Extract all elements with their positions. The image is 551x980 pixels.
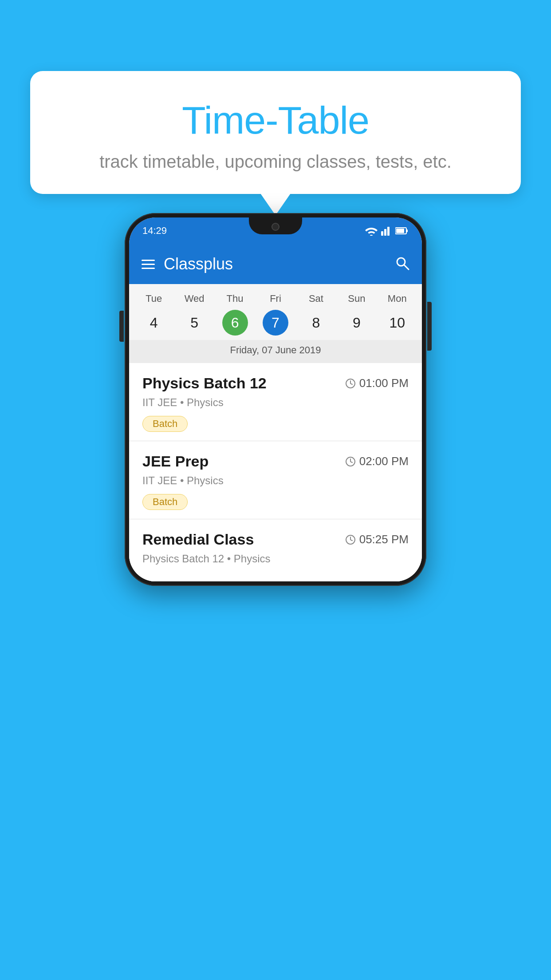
day-label: Wed [185, 293, 205, 304]
app-title: Classplus [164, 255, 233, 273]
search-icon[interactable] [395, 256, 409, 272]
day-col[interactable]: Tue4 [136, 293, 172, 336]
day-number[interactable]: 5 [181, 310, 207, 336]
day-number[interactable]: 8 [303, 310, 329, 336]
day-label: Tue [146, 293, 162, 304]
day-number[interactable]: 10 [384, 310, 410, 336]
day-label: Fri [270, 293, 281, 304]
svg-rect-4 [396, 229, 404, 233]
schedule-subtitle: Physics Batch 12 • Physics [142, 553, 409, 565]
schedule-item[interactable]: JEE Prep02:00 PMIIT JEE • PhysicsBatch [129, 441, 422, 519]
day-col[interactable]: Fri7 [258, 293, 293, 336]
schedule-subtitle: IIT JEE • Physics [142, 396, 409, 409]
clock-icon [345, 378, 356, 389]
day-label: Thu [227, 293, 244, 304]
svg-rect-5 [406, 229, 408, 232]
app-bar: Classplus [129, 244, 422, 284]
status-icons [365, 226, 409, 236]
day-col[interactable]: Thu6 [217, 293, 253, 336]
schedule-item-header: Remedial Class05:25 PM [142, 531, 409, 548]
schedule-list: Physics Batch 1201:00 PMIIT JEE • Physic… [129, 363, 422, 581]
phone-outer: 14:29 [125, 213, 426, 586]
hamburger-menu[interactable] [142, 260, 155, 269]
schedule-time: 05:25 PM [345, 533, 409, 546]
selected-date-label: Friday, 07 June 2019 [129, 340, 422, 363]
schedule-subtitle: IIT JEE • Physics [142, 474, 409, 487]
battery-icon [395, 227, 409, 235]
day-label: Sat [309, 293, 323, 304]
status-time: 14:29 [142, 225, 167, 237]
batch-badge: Batch [142, 494, 188, 510]
status-bar: 14:29 [129, 217, 422, 244]
schedule-item-header: Physics Batch 1201:00 PM [142, 375, 409, 392]
notch [249, 217, 302, 234]
day-col[interactable]: Sun9 [339, 293, 374, 336]
day-label: Mon [388, 293, 407, 304]
app-bar-left: Classplus [142, 255, 233, 273]
schedule-name: Remedial Class [142, 531, 254, 548]
signal-icon [381, 226, 392, 236]
day-label: Sun [348, 293, 365, 304]
svg-rect-2 [387, 227, 390, 236]
day-col[interactable]: Sat8 [298, 293, 334, 336]
clock-icon [345, 534, 356, 545]
day-number[interactable]: 9 [344, 310, 370, 336]
svg-rect-0 [381, 231, 383, 236]
phone-screen: 14:29 [129, 217, 422, 581]
batch-badge: Batch [142, 416, 188, 432]
bubble-subtitle: track timetable, upcoming classes, tests… [52, 152, 499, 172]
day-number[interactable]: 4 [141, 310, 167, 336]
phone-mockup: 14:29 [125, 213, 426, 586]
schedule-item[interactable]: Physics Batch 1201:00 PMIIT JEE • Physic… [129, 363, 422, 441]
wifi-icon [365, 226, 378, 236]
speech-bubble: Time-Table track timetable, upcoming cla… [30, 71, 521, 194]
schedule-name: JEE Prep [142, 453, 209, 470]
schedule-time: 02:00 PM [345, 454, 409, 468]
day-number[interactable]: 6 [222, 310, 248, 336]
day-number[interactable]: 7 [263, 310, 288, 336]
day-col[interactable]: Wed5 [177, 293, 212, 336]
schedule-name: Physics Batch 12 [142, 375, 267, 392]
schedule-time: 01:00 PM [345, 376, 409, 390]
calendar-header: Tue4Wed5Thu6Fri7Sat8Sun9Mon10 Friday, 07… [129, 284, 422, 363]
camera-dot [272, 223, 279, 231]
schedule-item-header: JEE Prep02:00 PM [142, 453, 409, 470]
svg-line-7 [404, 265, 409, 269]
day-col[interactable]: Mon10 [379, 293, 415, 336]
days-row: Tue4Wed5Thu6Fri7Sat8Sun9Mon10 [129, 293, 422, 340]
clock-icon [345, 456, 356, 467]
bubble-title: Time-Table [52, 98, 499, 143]
schedule-item[interactable]: Remedial Class05:25 PMPhysics Batch 12 •… [129, 519, 422, 581]
svg-rect-1 [384, 229, 386, 236]
